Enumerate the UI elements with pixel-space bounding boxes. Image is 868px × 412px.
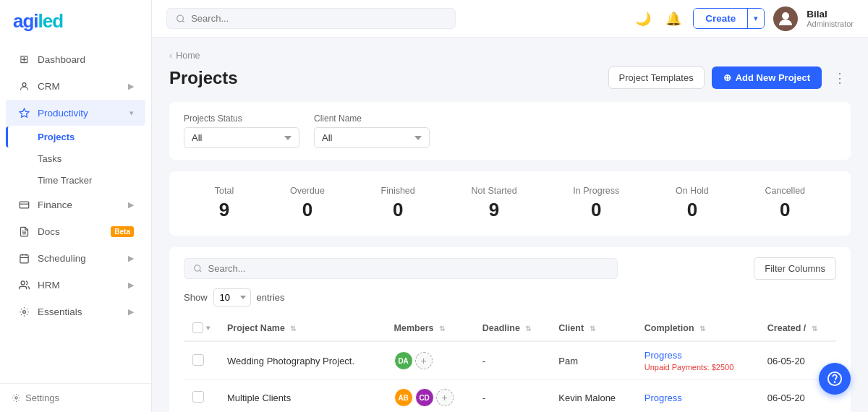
sidebar-item-docs[interactable]: Docs Beta: [6, 218, 145, 244]
logo-text: agiled: [13, 10, 63, 33]
sidebar-item-finance[interactable]: Finance ▶: [6, 192, 145, 218]
sort-created-icon[interactable]: ⇅: [812, 325, 817, 332]
client-filter-group: Client Name All Pam Kevin Malone: [314, 113, 430, 148]
svg-point-6: [177, 15, 184, 22]
completion-status: Progress: [644, 350, 682, 361]
status-filter-label: Projects Status: [184, 113, 299, 124]
header-checkbox-wrap: ▾: [192, 322, 210, 333]
stat-overdue-label: Overdue: [290, 186, 325, 196]
support-fab[interactable]: [819, 363, 851, 395]
stat-on-hold-value: 0: [676, 199, 709, 221]
stat-cancelled-label: Cancelled: [765, 186, 805, 196]
sidebar-item-projects[interactable]: Projects: [6, 126, 145, 147]
sidebar-item-dashboard[interactable]: ⊞ Dashboard: [6, 46, 145, 72]
timetracker-label: Time Tracker: [38, 175, 92, 186]
avatar-image: [777, 10, 794, 27]
stat-in-progress-value: 0: [573, 199, 619, 221]
settings-link[interactable]: Settings: [12, 392, 140, 403]
header-row-arrow-icon: ▾: [206, 324, 210, 332]
sidebar-item-productivity[interactable]: Productivity ▾: [6, 100, 145, 126]
stat-total-value: 9: [215, 199, 234, 221]
stat-finished: Finished 0: [381, 186, 415, 221]
docs-beta-badge: Beta: [111, 226, 134, 237]
search-icon: [176, 14, 185, 24]
unpaid-badge: Unpaid Payments: $2500: [644, 363, 750, 372]
create-button[interactable]: Create: [694, 9, 747, 28]
sort-client-icon[interactable]: ⇅: [590, 325, 595, 332]
add-icon: ⊕: [723, 72, 731, 83]
sort-completion-icon[interactable]: ⇅: [699, 325, 705, 332]
breadcrumb-home[interactable]: Home: [176, 51, 200, 61]
add-member-button[interactable]: +: [415, 352, 433, 369]
stat-cancelled-value: 0: [765, 199, 805, 221]
client-cell: Kevin Malone: [550, 380, 635, 413]
members-cell: AB CD +: [386, 380, 474, 413]
filter-columns-button[interactable]: Filter Columns: [754, 257, 836, 280]
sidebar-item-tasks[interactable]: Tasks: [6, 148, 145, 169]
stat-finished-label: Finished: [381, 186, 415, 196]
stat-cancelled: Cancelled 0: [765, 186, 805, 221]
crm-icon: [17, 80, 30, 93]
col-deadline: Deadline ⇅: [474, 315, 550, 341]
entries-label: entries: [257, 292, 285, 303]
row-checkbox[interactable]: [192, 354, 204, 366]
breadcrumb: ‹ Home: [169, 51, 851, 61]
project-name-cell: Wedding Photography Project.: [218, 341, 386, 380]
col-members: Members ⇅: [386, 315, 474, 341]
sort-name-icon[interactable]: ⇅: [290, 325, 296, 332]
svg-rect-2: [20, 254, 27, 262]
projects-label: Projects: [38, 132, 75, 142]
filters-section: Projects Status All Not Started In Progr…: [169, 102, 851, 160]
status-filter-select[interactable]: All Not Started In Progress Finished On …: [184, 127, 299, 148]
table-search[interactable]: [184, 258, 618, 279]
svg-point-7: [782, 12, 789, 20]
svg-point-0: [22, 82, 26, 86]
search-bar[interactable]: [166, 8, 456, 29]
table-search-input[interactable]: [208, 263, 608, 274]
col-project-name: Project Name ⇅: [218, 315, 386, 341]
essentials-arrow-icon: ▶: [128, 307, 134, 317]
more-options-button[interactable]: ⋮: [829, 67, 851, 89]
add-new-project-button[interactable]: ⊕ Add New Project: [712, 66, 822, 89]
stat-not-started: Not Started 9: [471, 186, 516, 221]
completion-cell: Progress: [636, 380, 759, 413]
topnav-actions: 🌙 🔔 Create ▾ Bilal Administrator: [632, 7, 854, 31]
avatar[interactable]: [773, 7, 798, 31]
stat-not-started-label: Not Started: [471, 186, 516, 196]
svg-point-4: [22, 310, 25, 313]
project-name-cell: Multiple Clients: [218, 380, 386, 413]
status-filter-group: Projects Status All Not Started In Progr…: [184, 113, 299, 148]
sidebar-item-crm[interactable]: CRM ▶: [6, 73, 145, 99]
sidebar-item-hrm[interactable]: HRM ▶: [6, 272, 145, 298]
stat-in-progress: In Progress 0: [573, 186, 619, 221]
projects-table: ▾ Project Name ⇅ Members ⇅ Deadline: [184, 315, 836, 412]
row-checkbox[interactable]: [192, 391, 204, 403]
select-all-checkbox[interactable]: [192, 322, 203, 333]
sidebar-item-essentials[interactable]: Essentials ▶: [6, 299, 145, 325]
sort-deadline-icon[interactable]: ⇅: [525, 325, 531, 332]
member-avatar: CD: [415, 388, 434, 407]
finance-icon: [17, 198, 30, 211]
sidebar: agiled ⊞ Dashboard CRM ▶ Productivity ▾ …: [0, 0, 152, 412]
member-avatar: AB: [394, 388, 413, 407]
create-dropdown-button[interactable]: ▾: [747, 9, 764, 28]
notifications-button[interactable]: 🔔: [663, 8, 684, 30]
client-filter-select[interactable]: All Pam Kevin Malone: [314, 127, 430, 148]
client-filter-label: Client Name: [314, 113, 430, 124]
project-templates-button[interactable]: Project Templates: [608, 66, 705, 89]
svg-point-10: [835, 382, 835, 382]
logo[interactable]: agiled: [0, 0, 151, 43]
svg-point-8: [195, 265, 200, 271]
scheduling-arrow-icon: ▶: [128, 254, 134, 263]
entries-select[interactable]: 10 25 50 100: [213, 288, 251, 306]
sidebar-item-timetracker[interactable]: Time Tracker: [6, 170, 145, 191]
sort-members-icon[interactable]: ⇅: [439, 325, 445, 332]
essentials-icon: [17, 305, 30, 318]
sidebar-item-scheduling[interactable]: Scheduling ▶: [6, 245, 145, 271]
content: ‹ Home Projects Project Templates ⊕ Add …: [152, 38, 868, 412]
dark-mode-button[interactable]: 🌙: [632, 8, 654, 30]
add-member-button[interactable]: +: [436, 389, 454, 406]
page-header: Projects Project Templates ⊕ Add New Pro…: [169, 66, 851, 89]
breadcrumb-arrow-icon: ‹: [169, 51, 172, 61]
search-input[interactable]: [191, 13, 446, 24]
